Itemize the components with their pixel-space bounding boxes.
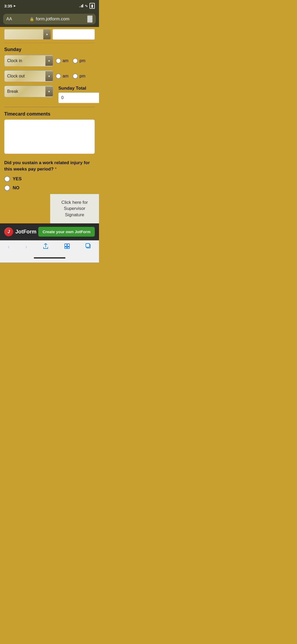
browser-chrome: AA 🔒 form.jotform.com ⟳ bbox=[0, 12, 99, 27]
section-divider bbox=[4, 107, 95, 107]
wifi-icon: ∿ bbox=[85, 4, 88, 8]
break-total-row: Break Sunday Total 0 bbox=[4, 86, 95, 103]
reload-button[interactable]: ⟳ bbox=[87, 15, 93, 23]
injury-yes-radio[interactable] bbox=[4, 176, 10, 182]
clock-in-chevron-icon bbox=[45, 56, 53, 66]
clock-in-am-radio[interactable] bbox=[56, 58, 61, 63]
top-partial-row bbox=[4, 27, 95, 43]
clock-out-chevron-icon bbox=[45, 71, 53, 81]
injury-yes-option[interactable]: YES bbox=[4, 176, 95, 182]
browser-nav: ‹ › bbox=[0, 240, 99, 254]
sunday-total-wrapper: Sunday Total 0 bbox=[56, 86, 99, 103]
signature-left-spacer bbox=[4, 194, 50, 223]
jotform-logo-icon: J bbox=[4, 227, 13, 236]
jotform-logo: J JotForm bbox=[4, 227, 36, 236]
partial-dropdown-box bbox=[4, 29, 50, 40]
signal-icon bbox=[79, 4, 83, 7]
clock-in-dropdown[interactable]: Clock in bbox=[4, 55, 53, 67]
clock-out-am-radio[interactable] bbox=[56, 73, 61, 79]
svg-rect-5 bbox=[86, 243, 89, 247]
create-jotform-button[interactable]: Create your own JotForm bbox=[38, 227, 95, 237]
url-display: 🔒 form.jotform.com bbox=[30, 16, 69, 22]
sunday-total-label: Sunday Total bbox=[58, 86, 99, 93]
jotform-logo-letter: J bbox=[8, 229, 10, 234]
clock-in-ampm: am pm bbox=[56, 58, 85, 63]
lock-icon: 🔒 bbox=[30, 17, 34, 21]
comments-label: Timecard comments bbox=[4, 111, 95, 117]
clock-out-ampm: am pm bbox=[56, 73, 85, 79]
clock-out-am-option[interactable]: am bbox=[56, 73, 68, 79]
supervisor-signature-button[interactable]: Click here for Supervisor Signature bbox=[50, 194, 99, 223]
signature-section: Click here for Supervisor Signature bbox=[4, 194, 99, 223]
jotform-logo-text: JotForm bbox=[15, 229, 36, 235]
text-size-control[interactable]: AA bbox=[6, 17, 12, 21]
clock-in-label: Clock in bbox=[7, 58, 22, 63]
sunday-section-label: Sunday bbox=[4, 43, 95, 55]
tabs-button[interactable] bbox=[81, 241, 96, 253]
clock-out-am-label: am bbox=[63, 74, 68, 79]
sunday-total-value: 0 bbox=[58, 93, 99, 103]
partial-left bbox=[4, 29, 50, 40]
time-display: 3:35 bbox=[4, 4, 12, 8]
svg-rect-0 bbox=[65, 244, 67, 246]
back-button[interactable]: ‹ bbox=[3, 241, 14, 252]
status-bar: 3:35 ► ∿ ▮ bbox=[0, 0, 99, 12]
partial-chevron-icon bbox=[43, 29, 51, 39]
required-star: * bbox=[55, 167, 57, 172]
comments-textarea[interactable] bbox=[4, 119, 95, 154]
injury-question: Did you sustain a work related injury fo… bbox=[4, 160, 95, 172]
battery-icon: ▮ bbox=[89, 3, 95, 9]
location-icon: ► bbox=[13, 4, 16, 8]
svg-rect-2 bbox=[65, 247, 67, 249]
svg-rect-1 bbox=[67, 244, 69, 246]
clock-in-am-option[interactable]: am bbox=[56, 58, 68, 63]
clock-in-row: Clock in am pm bbox=[4, 55, 95, 67]
partial-input-box bbox=[53, 29, 95, 40]
status-icons: ∿ ▮ bbox=[79, 3, 95, 9]
clock-out-pm-option[interactable]: pm bbox=[73, 73, 85, 79]
address-bar[interactable]: AA 🔒 form.jotform.com ⟳ bbox=[3, 14, 96, 24]
clock-in-pm-option[interactable]: pm bbox=[73, 58, 85, 63]
clock-in-pm-radio[interactable] bbox=[73, 58, 78, 63]
partial-right bbox=[53, 29, 95, 40]
break-dropdown[interactable]: Break bbox=[4, 86, 53, 97]
injury-question-text: Did you sustain a work related injury fo… bbox=[4, 160, 90, 172]
clock-in-pm-label: pm bbox=[79, 58, 85, 63]
injury-no-radio[interactable] bbox=[4, 185, 10, 191]
bookmarks-button[interactable] bbox=[60, 241, 74, 253]
clock-out-pm-radio[interactable] bbox=[73, 73, 78, 79]
clock-out-row: Clock out am pm bbox=[4, 70, 95, 82]
injury-no-option[interactable]: NO bbox=[4, 185, 95, 191]
break-label: Break bbox=[7, 89, 18, 94]
break-chevron-icon bbox=[45, 86, 53, 96]
clock-out-dropdown[interactable]: Clock out bbox=[4, 70, 53, 82]
injury-yes-label: YES bbox=[13, 176, 22, 182]
url-text: form.jotform.com bbox=[36, 16, 69, 22]
clock-in-am-label: am bbox=[63, 58, 68, 63]
clock-out-label: Clock out bbox=[7, 74, 25, 79]
jotform-footer: J JotForm Create your own JotForm bbox=[0, 223, 99, 240]
home-indicator bbox=[0, 254, 99, 263]
status-time: 3:35 ► bbox=[4, 4, 16, 8]
share-button[interactable] bbox=[39, 241, 53, 253]
break-dropdown-wrapper: Break bbox=[4, 86, 53, 97]
home-bar bbox=[34, 257, 65, 259]
injury-no-label: NO bbox=[13, 185, 20, 191]
form-content: Sunday Clock in am pm Clock out bbox=[0, 27, 99, 240]
forward-button[interactable]: › bbox=[21, 241, 31, 252]
svg-rect-3 bbox=[67, 247, 69, 249]
clock-out-pm-label: pm bbox=[79, 74, 85, 79]
